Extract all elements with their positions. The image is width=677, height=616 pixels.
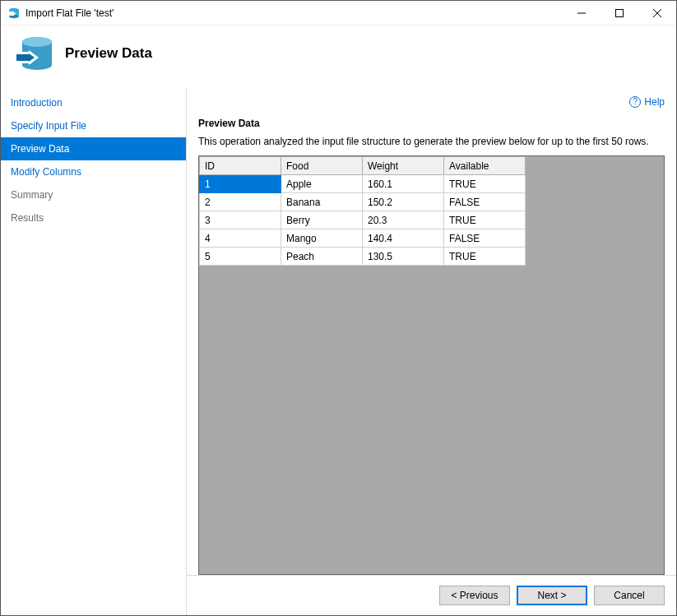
cell[interactable]: TRUE bbox=[444, 175, 526, 193]
column-header-id[interactable]: ID bbox=[200, 157, 281, 175]
data-grid-container: IDFoodWeightAvailable 1Apple160.1TRUE2Ba… bbox=[198, 155, 665, 575]
column-header-food[interactable]: Food bbox=[281, 157, 363, 175]
previous-button[interactable]: < Previous bbox=[439, 586, 510, 605]
cell[interactable]: 140.4 bbox=[363, 229, 444, 248]
sidebar-item-specify-input-file[interactable]: Specify Input File bbox=[1, 114, 186, 137]
sidebar-item-introduction[interactable]: Introduction bbox=[1, 91, 186, 114]
help-label: Help bbox=[644, 96, 665, 108]
main-panel: ? Help Preview Data This operation analy… bbox=[187, 88, 676, 615]
app-icon bbox=[7, 7, 21, 20]
cell[interactable]: 5 bbox=[200, 248, 281, 266]
cell[interactable]: 2 bbox=[200, 193, 281, 211]
cell[interactable]: 130.5 bbox=[363, 248, 444, 266]
cell[interactable]: Berry bbox=[281, 211, 363, 229]
cell[interactable]: TRUE bbox=[444, 211, 526, 229]
cell[interactable]: Apple bbox=[281, 175, 363, 193]
sidebar-item-results: Results bbox=[1, 206, 186, 229]
sidebar-item-summary: Summary bbox=[1, 183, 186, 206]
help-link[interactable]: ? Help bbox=[629, 96, 665, 108]
window-title: Import Flat File 'test' bbox=[26, 7, 563, 19]
svg-rect-6 bbox=[616, 9, 624, 16]
wizard-sidebar: IntroductionSpecify Input FilePreview Da… bbox=[1, 88, 187, 615]
content: Preview Data This operation analyzed the… bbox=[187, 111, 676, 575]
help-row: ? Help bbox=[187, 88, 676, 111]
page-title: Preview Data bbox=[65, 45, 152, 62]
cell[interactable]: 4 bbox=[200, 229, 281, 248]
minimize-button[interactable] bbox=[563, 1, 600, 25]
cell[interactable]: 20.3 bbox=[363, 211, 444, 229]
table-row[interactable]: 3Berry20.3TRUE bbox=[200, 211, 526, 229]
cell[interactable]: 150.2 bbox=[363, 193, 444, 211]
cell[interactable]: Banana bbox=[281, 193, 363, 211]
table-row[interactable]: 5Peach130.5TRUE bbox=[200, 248, 526, 266]
cancel-button[interactable]: Cancel bbox=[594, 586, 665, 605]
close-button[interactable] bbox=[638, 1, 676, 25]
column-header-available[interactable]: Available bbox=[444, 157, 526, 175]
cell[interactable]: Peach bbox=[281, 248, 363, 266]
help-icon: ? bbox=[629, 96, 641, 108]
sidebar-item-preview-data[interactable]: Preview Data bbox=[1, 137, 186, 160]
cell[interactable]: 160.1 bbox=[363, 175, 444, 193]
svg-rect-14 bbox=[16, 54, 29, 61]
column-header-weight[interactable]: Weight bbox=[363, 157, 444, 175]
table-row[interactable]: 1Apple160.1TRUE bbox=[200, 175, 526, 193]
cell[interactable]: FALSE bbox=[444, 193, 526, 211]
database-import-icon bbox=[12, 34, 52, 73]
content-description: This operation analyzed the input file s… bbox=[198, 136, 665, 147]
maximize-button[interactable] bbox=[600, 1, 638, 25]
cell[interactable]: Mango bbox=[281, 229, 363, 248]
table-row[interactable]: 2Banana150.2FALSE bbox=[200, 193, 526, 211]
cell[interactable]: 1 bbox=[200, 175, 281, 193]
sidebar-item-modify-columns[interactable]: Modify Columns bbox=[1, 160, 186, 183]
cell[interactable]: TRUE bbox=[444, 248, 526, 266]
body: IntroductionSpecify Input FilePreview Da… bbox=[1, 88, 676, 615]
window-buttons bbox=[563, 1, 676, 25]
footer: < Previous Next > Cancel bbox=[187, 575, 676, 615]
wizard-header: Preview Data bbox=[1, 25, 676, 88]
data-grid[interactable]: IDFoodWeightAvailable 1Apple160.1TRUE2Ba… bbox=[199, 156, 526, 266]
cell[interactable]: FALSE bbox=[444, 229, 526, 248]
table-row[interactable]: 4Mango140.4FALSE bbox=[200, 229, 526, 248]
next-button[interactable]: Next > bbox=[517, 586, 587, 605]
cell[interactable]: 3 bbox=[200, 211, 281, 229]
svg-point-10 bbox=[22, 37, 52, 47]
titlebar: Import Flat File 'test' bbox=[1, 1, 676, 25]
content-title: Preview Data bbox=[198, 118, 665, 129]
